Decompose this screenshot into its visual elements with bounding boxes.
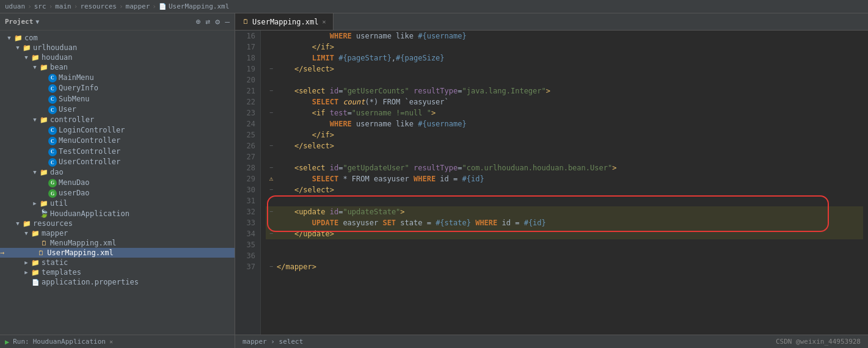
tree-label: application.properties [42, 278, 139, 286]
breadcrumb-sep: › [152, 2, 156, 10]
line-num-21: 21 [238, 85, 255, 96]
tree-item-userdao[interactable]: G userDao [0, 188, 235, 199]
line-text-16: WHERE username like #{username} [277, 31, 467, 42]
tree-item-usercontroller[interactable]: C UserController [0, 157, 235, 168]
app-name-label[interactable]: HouduanApplication [33, 338, 106, 346]
run-bar: ▶ Run: HouduanApplication ✕ [0, 335, 235, 348]
code-line-20 [266, 74, 863, 85]
tree-arrow: ▶ [22, 269, 31, 275]
gutter-warn-29[interactable]: ⚠ [266, 173, 277, 184]
project-dropdown-icon[interactable]: ▼ [35, 18, 39, 25]
gutter-fold-19[interactable]: − [266, 63, 277, 74]
code-editor[interactable]: WHERE username like #{username} </if> LI… [261, 31, 868, 335]
xml-icon: 🗒 [39, 239, 49, 247]
run-icon: ▶ [5, 338, 9, 346]
settings-icon[interactable]: ⚙ [215, 17, 220, 26]
class-icon: C [48, 105, 57, 115]
gutter-fold-23[interactable]: − [266, 107, 277, 118]
line-num-29: 29 [238, 173, 255, 184]
code-line-30: − </select> [266, 184, 863, 195]
gutter-fold-26[interactable]: − [266, 140, 277, 151]
tree-label: houduan [42, 53, 73, 62]
tree-label: com [24, 34, 38, 42]
class-icon: G [48, 189, 57, 198]
code-line-19: − </select> [266, 63, 863, 74]
status-breadcrumb: mapper › select [243, 338, 303, 346]
tree-label: static [42, 258, 68, 267]
gutter-fold-28[interactable]: − [266, 162, 277, 173]
tree-item-mainmenu[interactable]: C MainMenu [0, 72, 235, 83]
tree-arrow: ▼ [5, 35, 13, 41]
gutter-fold-32[interactable]: − [266, 206, 277, 217]
tree-item-controller[interactable]: ▼ 📁 controller [0, 115, 235, 125]
gutter-fold-21[interactable]: − [266, 85, 277, 96]
line-num-17: 17 [238, 42, 255, 53]
tree-label: userDao [59, 189, 90, 197]
tree-item-testcontroller[interactable]: C TestController [0, 146, 235, 157]
code-line-23: − <if test="username !=null "> [266, 107, 863, 118]
tree-item-bean[interactable]: ▼ 📁 bean [0, 62, 235, 72]
tree-item-menucontroller[interactable]: C MenuController [0, 136, 235, 147]
tree-item-dao[interactable]: ▼ 📁 dao [0, 167, 235, 177]
line-text-25: </if> [277, 129, 334, 140]
line-text-22: SELECT count(*) FROM `easyuser` [277, 96, 449, 107]
folder-icon: 📁 [31, 268, 40, 277]
sync-icon[interactable]: ⊕ [196, 17, 201, 26]
close-icon[interactable]: — [225, 17, 230, 26]
tree-item-static[interactable]: ▶ 📁 static [0, 258, 235, 267]
tree-item-util[interactable]: ▶ 📁 util [0, 198, 235, 208]
line-num-30: 30 [238, 184, 255, 195]
folder-icon: 📁 [39, 115, 49, 124]
tree-arrow: ▶ [22, 259, 31, 266]
code-line-37: − </mapper> [266, 261, 863, 272]
tree-item-submenu[interactable]: C SubMenu [0, 93, 235, 104]
tab-file-icon: 🗒 [243, 18, 249, 25]
collapse-icon[interactable]: ⇄ [206, 17, 211, 26]
class-icon: C [48, 94, 57, 104]
line-num-26: 26 [238, 140, 255, 151]
tree-item-appprops[interactable]: 📄 application.properties [0, 277, 235, 287]
tree-item-usermapping[interactable]: → 🗒 UserMapping.xml [0, 248, 235, 258]
class-icon: G [48, 178, 57, 187]
folder-icon: 📁 [22, 43, 32, 52]
tree-label: MenuMapping.xml [50, 239, 116, 247]
line-text-35 [277, 239, 281, 250]
tree-item-resources[interactable]: ▼ 📁 resources [0, 219, 235, 228]
tree-item-menumapping[interactable]: 🗒 MenuMapping.xml [0, 238, 235, 248]
tree-item-user[interactable]: C User [0, 104, 235, 115]
line-text-29: SELECT * FROM easyuser WHERE id = #{id} [277, 173, 484, 184]
editor-area: 🗒 UserMapping.xml ✕ 16 17 18 19 20 21 22… [235, 13, 868, 348]
tree-item-urlhouduan[interactable]: ▼ 📁 urlhouduan [0, 43, 235, 53]
line-num-16: 16 [238, 31, 255, 42]
folder-icon: 📁 [39, 199, 49, 208]
tab-usermapping[interactable]: 🗒 UserMapping.xml ✕ [235, 13, 334, 30]
tree-item-templates[interactable]: ▶ 📁 templates [0, 267, 235, 277]
gutter-fold-37[interactable]: − [266, 261, 277, 272]
tree-item-houduan[interactable]: ▼ 📁 houduan [0, 53, 235, 62]
tree-item-com[interactable]: ▼ 📁 com [0, 33, 235, 43]
line-text-34: </update> [277, 228, 334, 239]
tree-item-mapper[interactable]: ▼ 📁 mapper [0, 228, 235, 238]
run-close-icon[interactable]: ✕ [109, 338, 113, 345]
line-num-20: 20 [238, 74, 255, 85]
line-text-33: UPDATE easyuser SET state = #{state} WHE… [277, 217, 546, 228]
line-num-28: 28 [238, 162, 255, 173]
tree-item-logincontroller[interactable]: C LoginController [0, 125, 235, 136]
class-icon: C [48, 136, 57, 146]
gutter-fold-34[interactable]: − [266, 228, 277, 239]
tree-label: bean [50, 63, 68, 71]
tree-item-houduan-app[interactable]: 🍃 HouduanApplication [0, 208, 235, 219]
tree-item-menudao[interactable]: G MenuDao [0, 177, 235, 188]
gutter-fold-30[interactable]: − [266, 184, 277, 195]
tree-item-queryinfo[interactable]: C QueryInfo [0, 83, 235, 94]
tree-label: mapper [42, 229, 68, 237]
sidebar: Project ▼ ⊕ ⇄ ⚙ — ▼ 📁 com ▼ 📁 [0, 13, 235, 348]
code-line-22: SELECT count(*) FROM `easyuser` [266, 96, 863, 107]
line-text-19: </select> [277, 63, 334, 74]
line-num-27: 27 [238, 151, 255, 162]
tab-close-button[interactable]: ✕ [322, 18, 326, 25]
line-text-23: <if test="username !=null "> [277, 107, 436, 118]
main-layout: Project ▼ ⊕ ⇄ ⚙ — ▼ 📁 com ▼ 📁 [0, 13, 868, 348]
line-num-34: 34 [238, 228, 255, 239]
tree-arrow: ▼ [13, 45, 22, 51]
